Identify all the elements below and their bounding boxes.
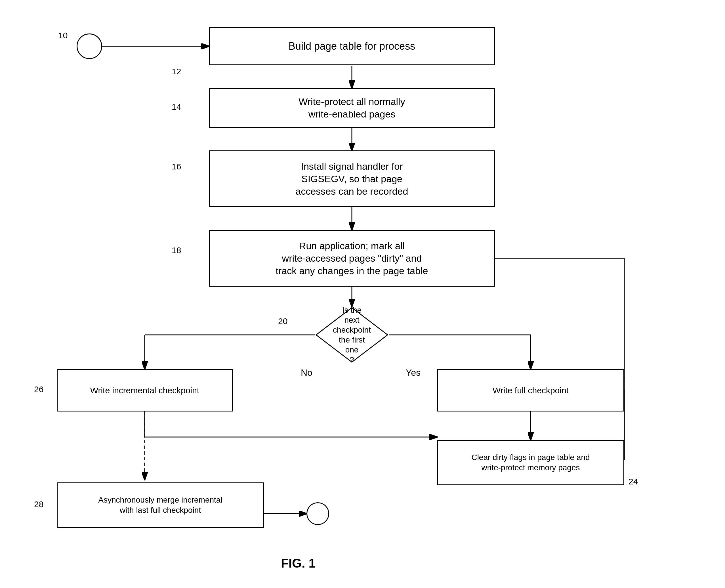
box-signal-handler: Install signal handler for SIGSEGV, so t… — [209, 150, 495, 207]
label-28: 28 — [34, 500, 43, 509]
box-build-page-table: Build page table for process — [209, 27, 495, 65]
box-async-merge: Asynchronously merge incremental with la… — [57, 482, 264, 528]
label-20: 20 — [278, 316, 287, 326]
start-node — [77, 34, 102, 59]
box-clear-dirty: Clear dirty flags in page table and writ… — [437, 440, 624, 485]
label-16: 16 — [172, 162, 181, 171]
box-run-application: Run application; mark all write-accessed… — [209, 230, 495, 287]
label-24: 24 — [628, 477, 638, 486]
label-12: 12 — [172, 67, 181, 76]
svg-marker-22 — [316, 308, 388, 362]
diamond-checkpoint: Is the next checkpoint the first one ? — [315, 307, 389, 363]
label-10: 10 — [58, 30, 67, 40]
label-14: 14 — [172, 102, 181, 112]
merge-node — [306, 502, 329, 525]
label-yes: Yes — [406, 368, 421, 378]
figure-caption: FIG. 1 — [281, 556, 316, 570]
box-full-checkpoint: Write full checkpoint — [437, 369, 624, 412]
label-18: 18 — [172, 246, 181, 255]
label-26: 26 — [34, 384, 43, 394]
label-no: No — [301, 368, 313, 378]
box-incremental-checkpoint: Write incremental checkpoint — [57, 369, 233, 412]
box-write-protect: Write-protect all normally write-enabled… — [209, 88, 495, 128]
